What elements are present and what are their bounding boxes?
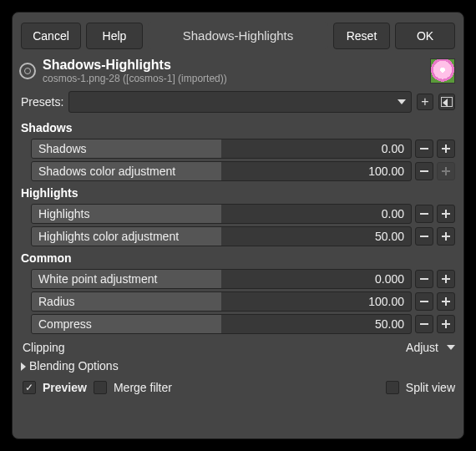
plus-icon: +	[421, 95, 428, 109]
shadows-color-increment	[437, 162, 455, 180]
svg-rect-5	[445, 167, 447, 175]
svg-rect-11	[445, 232, 447, 241]
highlights-row: Highlights 0.00	[13, 203, 463, 226]
svg-rect-15	[420, 301, 428, 302]
shadows-increment[interactable]	[437, 139, 455, 158]
shadows-color-row: Shadows color adjustment 100.00	[13, 160, 463, 183]
chevron-right-icon	[21, 362, 26, 371]
svg-rect-0	[420, 148, 428, 149]
highlights-color-slider-label: Highlights color adjustment	[38, 230, 179, 243]
shadows-slider[interactable]: Shadows 0.00	[31, 139, 412, 159]
footer-row: Preview Merge filter Split view	[13, 376, 463, 403]
compress-slider-label: Compress	[38, 317, 92, 331]
white-point-decrement[interactable]	[415, 270, 433, 288]
radius-decrement[interactable]	[415, 292, 433, 311]
compress-decrement[interactable]	[415, 315, 433, 333]
compress-increment[interactable]	[437, 315, 455, 333]
ok-button[interactable]: OK	[395, 23, 455, 49]
white-point-increment[interactable]	[437, 270, 455, 288]
presets-label: Presets:	[21, 95, 63, 109]
shadows-slider-value: 0.00	[382, 142, 404, 155]
highlights-slider[interactable]: Highlights 0.00	[31, 204, 412, 224]
manage-presets-button[interactable]	[438, 94, 455, 110]
dialog-title-button: Shadows-Highlights	[148, 23, 328, 49]
plus-icon	[441, 144, 451, 154]
shadows-row: Shadows 0.00	[13, 138, 463, 160]
chevron-down-icon	[398, 99, 406, 104]
svg-rect-20	[445, 320, 447, 328]
filter-icon	[19, 63, 36, 79]
shadows-color-decrement[interactable]	[415, 162, 433, 180]
radius-slider-label: Radius	[38, 295, 75, 308]
svg-rect-2	[445, 144, 447, 153]
shadows-decrement[interactable]	[415, 139, 433, 158]
presets-combo[interactable]	[68, 91, 412, 113]
reset-button[interactable]: Reset	[333, 23, 390, 49]
plus-icon	[441, 296, 451, 307]
highlights-increment[interactable]	[437, 205, 455, 223]
shadows-color-slider-label: Shadows color adjustment	[38, 165, 175, 178]
merge-filter-checkbox[interactable]	[94, 381, 107, 394]
white-point-slider[interactable]: White point adjustment 0.000	[31, 269, 412, 289]
merge-filter-label: Merge filter	[114, 381, 172, 394]
shadows-slider-label: Shadows	[38, 142, 87, 155]
radius-increment[interactable]	[437, 292, 455, 311]
minus-icon	[419, 231, 429, 241]
blending-label: Blending Options	[29, 359, 119, 372]
highlights-color-row: Highlights color adjustment 50.00	[13, 226, 463, 248]
chevron-down-icon[interactable]	[447, 345, 455, 350]
add-preset-button[interactable]: +	[417, 94, 433, 110]
highlights-decrement[interactable]	[415, 205, 433, 223]
presets-row: Presets: +	[13, 89, 463, 118]
shadows-section-label: Shadows	[13, 118, 463, 138]
svg-rect-12	[420, 278, 428, 280]
preview-checkbox[interactable]	[23, 381, 36, 394]
white-point-row: White point adjustment 0.000	[13, 268, 463, 291]
minus-icon	[419, 144, 429, 154]
plus-icon	[441, 209, 451, 219]
plus-icon	[441, 319, 451, 329]
radius-slider-value: 100.00	[368, 295, 404, 308]
plus-icon	[441, 231, 451, 241]
minus-icon	[419, 166, 429, 176]
compress-row: Compress 50.00	[13, 313, 463, 336]
minus-icon	[419, 209, 429, 219]
compress-slider[interactable]: Compress 50.00	[31, 314, 412, 334]
svg-rect-18	[420, 323, 428, 325]
svg-rect-17	[445, 297, 447, 306]
svg-rect-6	[420, 213, 428, 215]
dialog-header: Shadows-Highlights cosmos-1.png-28 ([cos…	[13, 58, 463, 89]
minus-icon	[419, 274, 429, 284]
image-thumbnail	[430, 58, 455, 84]
clipping-label: Clipping	[23, 341, 401, 354]
clipping-value[interactable]: Adjust	[406, 341, 438, 354]
split-view-label: Split view	[406, 381, 455, 394]
shadows-highlights-dialog: Cancel Help Shadows-Highlights Reset OK …	[12, 12, 464, 439]
radius-slider[interactable]: Radius 100.00	[31, 291, 412, 312]
svg-rect-8	[445, 210, 447, 218]
highlights-color-slider[interactable]: Highlights color adjustment 50.00	[31, 226, 412, 246]
plus-icon	[441, 166, 451, 176]
header-title: Shadows-Highlights	[43, 58, 227, 73]
highlights-slider-value: 0.00	[382, 207, 404, 220]
highlights-color-decrement[interactable]	[415, 227, 433, 246]
compress-slider-value: 50.00	[375, 317, 404, 331]
cancel-button[interactable]: Cancel	[21, 23, 81, 49]
help-button[interactable]: Help	[86, 23, 143, 49]
white-point-slider-label: White point adjustment	[38, 272, 157, 286]
white-point-slider-value: 0.000	[375, 272, 404, 286]
minus-icon	[419, 296, 429, 307]
blending-options-toggle[interactable]: Blending Options	[13, 356, 463, 376]
plus-icon	[441, 274, 451, 284]
button-bar: Cancel Help Shadows-Highlights Reset OK	[13, 13, 463, 58]
header-subtitle: cosmos-1.png-28 ([cosmos-1] (imported))	[43, 73, 227, 84]
highlights-section-label: Highlights	[13, 183, 463, 203]
highlights-color-increment[interactable]	[437, 227, 455, 246]
manage-icon	[441, 97, 453, 107]
svg-rect-14	[445, 275, 447, 283]
radius-row: Radius 100.00	[13, 291, 463, 313]
shadows-color-slider-value: 100.00	[368, 165, 404, 178]
split-view-checkbox[interactable]	[386, 381, 399, 394]
svg-rect-3	[420, 170, 428, 172]
shadows-color-slider[interactable]: Shadows color adjustment 100.00	[31, 161, 412, 181]
